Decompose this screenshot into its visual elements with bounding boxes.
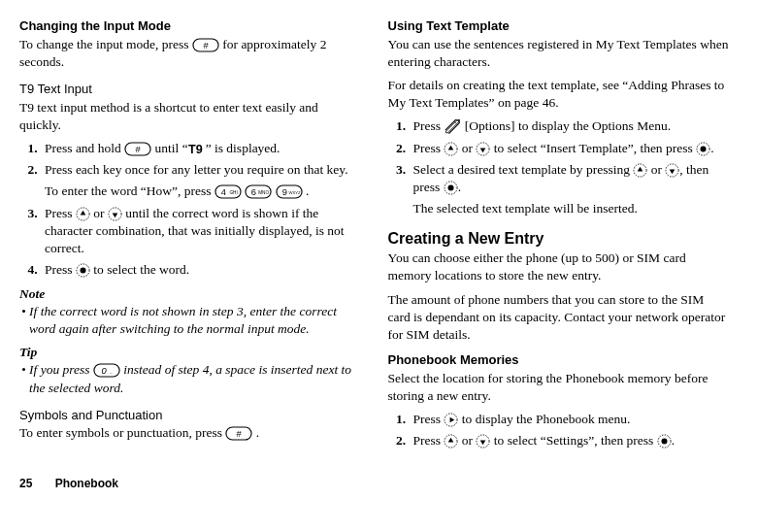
t9-step-4: Press to select the word. (41, 261, 361, 279)
nav-down-icon (108, 207, 122, 221)
nav-center-icon (657, 434, 672, 449)
tip-label: Tip (19, 344, 361, 361)
nav-down-icon (476, 142, 490, 156)
heading-phonebook-mem: Phonebook Memories (388, 351, 730, 369)
nav-up-icon (76, 207, 90, 221)
t9-steps: Press and hold until “” is displayed. Pr… (19, 140, 361, 280)
nav-center-icon (76, 263, 90, 278)
nav-right-icon (444, 413, 458, 427)
softkey-icon (444, 119, 461, 134)
nav-up-icon (444, 434, 458, 449)
page-footer: 25 Phonebook (19, 476, 729, 491)
heading-new-entry: Creating a New Entry (388, 228, 730, 249)
nav-center-icon (696, 142, 710, 156)
right-column: Using Text Template You can use the sent… (388, 17, 730, 456)
key-4-icon (214, 184, 242, 199)
t9-icon (188, 142, 206, 156)
template-step-3: Select a desired text template by pressi… (410, 161, 730, 218)
p-t9-desc: T9 text input method is a shortcut to en… (19, 99, 361, 134)
tip-text: • If you press instead of step 4, a spac… (19, 361, 361, 396)
note-text: • If the correct word is not shown in st… (19, 303, 361, 338)
nav-down-icon (665, 163, 679, 178)
phonebook-step-2: Press or to select “Settings”, then pres… (410, 432, 730, 449)
p-phonebook-mem: Select the location for storing the Phon… (388, 370, 730, 405)
key-6-icon (245, 184, 272, 199)
t9-step-1: Press and hold until “” is displayed. (41, 140, 361, 157)
heading-symbols: Symbols and Punctuation (19, 407, 361, 424)
nav-center-icon (444, 181, 458, 195)
p-template-2: For details on creating the text templat… (388, 77, 730, 112)
t9-step-3: Press or until the correct word is shown… (41, 205, 361, 258)
p-symbols: To enter symbols or punctuation, press . (19, 424, 361, 442)
p-input-mode: To change the input mode, press for appr… (19, 36, 361, 71)
heading-t9: T9 Text Input (19, 81, 361, 98)
note-label: Note (19, 285, 361, 303)
hash-key-icon (192, 38, 219, 52)
key-9-icon (276, 184, 303, 199)
left-column: Changing the Input Mode To change the in… (19, 17, 361, 456)
p-new-entry-2: The amount of phone numbers that you can… (388, 291, 730, 345)
template-step-2: Press or to select “Insert Template”, th… (410, 140, 730, 157)
p-new-entry-1: You can choose either the phone (up to 5… (388, 249, 730, 284)
hash-key-icon (225, 426, 252, 441)
p-template-1: You can use the sentences registered in … (388, 36, 730, 71)
template-steps: Press [Options] to display the Options M… (388, 117, 730, 217)
template-step-1: Press [Options] to display the Options M… (410, 117, 730, 135)
heading-text-template: Using Text Template (388, 17, 730, 35)
nav-up-icon (444, 142, 458, 156)
t9-step-2-sub: To enter the word “How”, press . (45, 183, 361, 200)
t9-step-2: Press each key once for any letter you r… (41, 161, 361, 200)
nav-up-icon (633, 163, 647, 178)
heading-input-mode: Changing the Input Mode (19, 17, 361, 35)
nav-down-icon (476, 434, 490, 449)
section-title: Phonebook (55, 477, 118, 490)
phonebook-step-1: Press to display the Phonebook menu. (410, 411, 730, 428)
page-number: 25 (19, 477, 32, 490)
phonebook-steps: Press to display the Phonebook menu. Pre… (388, 411, 730, 449)
template-step-3-sub: The selected text template will be inser… (413, 200, 730, 217)
hash-key-icon (124, 142, 151, 156)
key-0-icon (93, 363, 120, 378)
